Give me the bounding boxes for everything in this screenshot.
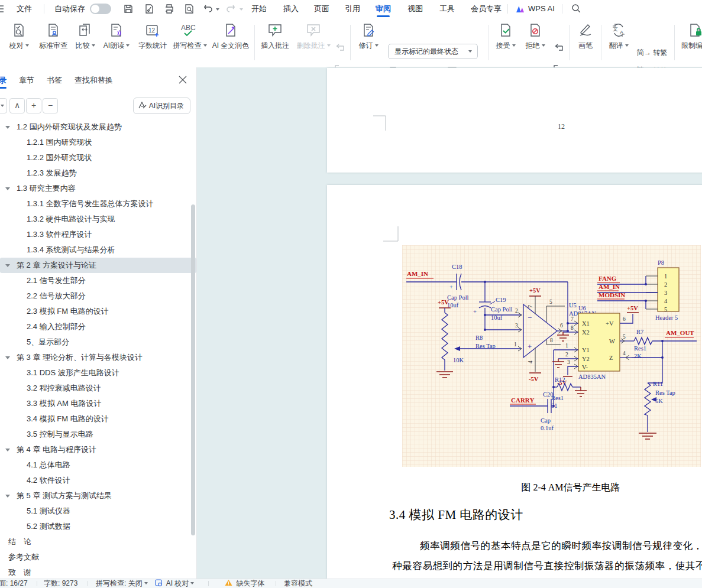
sidebar-tab-bookmarks[interactable]: 书签 bbox=[47, 72, 62, 89]
status-missing-font[interactable]: 缺失字体 bbox=[225, 579, 264, 588]
ai-recognize-toc-button[interactable]: AI识别目录 bbox=[133, 98, 190, 114]
standard-review-button[interactable]: 标准审查 bbox=[37, 22, 70, 51]
redo-icon[interactable] bbox=[226, 4, 237, 14]
collapse-arrow-icon[interactable] bbox=[5, 356, 10, 359]
export-icon[interactable] bbox=[144, 4, 154, 14]
app-menu-icon[interactable] bbox=[0, 4, 6, 15]
ai-polish-button[interactable]: AI 全文润色 bbox=[208, 22, 253, 51]
track-changes-button[interactable]: 修订 bbox=[354, 22, 383, 51]
search-icon[interactable] bbox=[571, 4, 582, 14]
menu-tab-reference[interactable]: 引用 bbox=[345, 0, 360, 18]
toc-item[interactable]: 3.3 模拟 AM 电路设计 bbox=[0, 396, 196, 411]
toc-item[interactable]: 5.2 测试数据 bbox=[0, 519, 196, 534]
toc-item[interactable]: 3.1 DDS 波形产生电路设计 bbox=[0, 365, 196, 381]
menu-wps-ai[interactable]: WPS AI bbox=[528, 0, 555, 18]
autosave-toggle[interactable] bbox=[90, 4, 111, 14]
toc-item[interactable]: 第 2 章 方案设计与论证 bbox=[0, 258, 196, 273]
menu-tab-view[interactable]: 视图 bbox=[407, 0, 423, 18]
paragraph-line-2[interactable]: 种最容易想到的方法是用调制信号直接控制振荡器的振荡频率，使其不失真 bbox=[392, 560, 702, 573]
toc-item[interactable]: 1.2.1 国内研究现状 bbox=[0, 135, 196, 150]
collapse-arrow-icon[interactable] bbox=[5, 449, 10, 451]
save-icon[interactable] bbox=[123, 4, 134, 14]
status-compat-mode[interactable]: 兼容模式 bbox=[284, 579, 312, 588]
toc-item[interactable]: 2.2 信号放大部分 bbox=[0, 288, 196, 304]
toc-item[interactable]: 第 5 章 测试方案与测试结果 bbox=[0, 488, 196, 503]
toc-item[interactable]: 2.4 输入控制部分 bbox=[0, 319, 196, 334]
toc-item[interactable]: 1.3.2 硬件电路设计与实现 bbox=[0, 212, 196, 227]
status-word-count[interactable]: 字数: 9273 bbox=[44, 579, 77, 588]
outline-expand-button[interactable]: + bbox=[26, 98, 41, 113]
toc-item[interactable]: 1.3 研究主要内容 bbox=[0, 181, 196, 196]
status-page-indicator[interactable]: 页面: 16/27 bbox=[0, 579, 28, 588]
toc-item[interactable]: 3.2 程控衰减电路设计 bbox=[0, 381, 196, 396]
proofread-button[interactable]: 校对 bbox=[4, 22, 34, 51]
insert-comment-button[interactable]: 插入批注 bbox=[258, 22, 292, 51]
menu-tab-home[interactable]: 开始 bbox=[251, 0, 267, 18]
prev-change-icon[interactable] bbox=[552, 44, 564, 54]
toc-item[interactable]: 参考文献 bbox=[0, 550, 196, 565]
toc-item[interactable]: 4.2 软件设计 bbox=[0, 473, 196, 488]
toc-item[interactable]: 1.2.2 国外研究现状 bbox=[0, 150, 196, 165]
translate-button[interactable]: 文 A 翻译 bbox=[604, 22, 633, 51]
undo-icon[interactable] bbox=[203, 4, 214, 14]
page-12[interactable]: 12 bbox=[327, 68, 702, 173]
page-13[interactable]: AM_IN + C18 Cap Poll 10uf + C19 Cap bbox=[327, 185, 702, 579]
figure-caption[interactable]: 图 2-4 AM信号产生电路 bbox=[393, 482, 702, 494]
close-sidebar-icon[interactable] bbox=[178, 75, 187, 85]
toc-item[interactable]: 第 4 章 电路与程序设计 bbox=[0, 442, 196, 457]
menu-file[interactable]: 文件 bbox=[17, 0, 32, 18]
delete-comment-button[interactable]: 删除批注 bbox=[295, 22, 332, 51]
outline-up-button[interactable]: ∧ bbox=[9, 98, 25, 113]
menu-tab-member[interactable]: 会员专享 bbox=[471, 0, 502, 18]
toc-item[interactable]: 2.1 信号发生部分 bbox=[0, 273, 196, 288]
toc-item[interactable]: 5.1 测试仪器 bbox=[0, 503, 196, 519]
toc-item[interactable]: 1.2 国内外研究现状及发展趋势 bbox=[0, 119, 196, 135]
restrict-editing-button[interactable]: 限制编辑 bbox=[678, 22, 702, 51]
prev-comment-icon[interactable] bbox=[334, 44, 345, 54]
toc-item[interactable]: 1.3.1 全数字信号发生器总体方案设计 bbox=[0, 196, 196, 212]
collapse-arrow-icon[interactable] bbox=[5, 264, 10, 267]
toc-item[interactable]: 5、显示部分 bbox=[0, 334, 196, 350]
sidebar-tab-chapters[interactable]: 章节 bbox=[19, 72, 34, 89]
menu-tab-review[interactable]: 审阅 bbox=[376, 0, 391, 18]
toc-item[interactable]: 4.1 总体电路 bbox=[0, 457, 196, 473]
status-ai-proof[interactable]: AI 校对 bbox=[155, 579, 194, 588]
word-count-button[interactable]: 12 字数统计 bbox=[136, 22, 169, 51]
collapse-all-button[interactable] bbox=[0, 98, 7, 113]
print-icon[interactable] bbox=[164, 4, 174, 14]
ai-read-button[interactable]: AI朗读 bbox=[99, 22, 134, 51]
collapse-arrow-icon[interactable] bbox=[5, 495, 10, 498]
sidebar-tab-toc[interactable]: 目录 bbox=[0, 72, 7, 89]
status-spellcheck[interactable]: 拼写检查: 关闭 bbox=[96, 579, 148, 588]
toc-item[interactable]: 1.3.3 软件程序设计 bbox=[0, 227, 196, 242]
sidebar-tab-find-replace[interactable]: 查找和替换 bbox=[75, 72, 113, 89]
print-preview-icon[interactable] bbox=[184, 4, 195, 14]
sidebar-scrollbar[interactable] bbox=[191, 204, 195, 535]
simplified-to-traditional-button[interactable]: 简→ 转繁 bbox=[636, 47, 667, 58]
menu-tab-tools[interactable]: 工具 bbox=[439, 0, 455, 18]
markup-state-dropdown[interactable]: 显示标记的最终状态 bbox=[388, 44, 478, 59]
toc-item[interactable]: 致 谢 bbox=[0, 565, 196, 579]
toc-item[interactable]: 1.2.3 发展趋势 bbox=[0, 165, 196, 181]
section-heading[interactable]: 3.4 模拟 FM 电路的设计 bbox=[389, 506, 523, 523]
compare-button[interactable]: 比较 bbox=[72, 22, 98, 51]
menu-tab-insert[interactable]: 插入 bbox=[283, 0, 299, 18]
reject-button[interactable]: 拒绝 bbox=[522, 22, 549, 51]
ink-brush-button[interactable]: 画笔 bbox=[572, 22, 599, 51]
toc-item[interactable]: 第 3 章 理论分析、计算与各模块设计 bbox=[0, 350, 196, 365]
toc-item[interactable]: 2.3 模拟 FM 电路的设计 bbox=[0, 304, 196, 319]
toc-item[interactable]: 3.4 模拟 FM 电路的设计 bbox=[0, 411, 196, 427]
redo-caret[interactable] bbox=[240, 8, 243, 11]
toc-item[interactable]: 1.3.4 系统测试与结果分析 bbox=[0, 242, 196, 258]
outline-collapse-button[interactable]: − bbox=[43, 98, 58, 113]
collapse-arrow-icon[interactable] bbox=[5, 126, 10, 129]
menu-tab-page[interactable]: 页面 bbox=[314, 0, 329, 18]
toc-item[interactable]: 3.5 控制与显示电路 bbox=[0, 427, 196, 442]
paragraph-line-1[interactable]: 频率调频信号的基本特点是它的瞬时频率按调制信号规律变化，因而 bbox=[420, 540, 702, 553]
toc-item[interactable]: 结 论 bbox=[0, 534, 196, 550]
collapse-arrow-icon[interactable] bbox=[5, 187, 10, 190]
spell-check-button[interactable]: ABC 拼写检查 bbox=[172, 22, 208, 51]
am-circuit-figure[interactable]: AM_IN + C18 Cap Poll 10uf + C19 Cap bbox=[402, 245, 701, 467]
undo-caret[interactable] bbox=[216, 8, 219, 11]
accept-button[interactable]: 接受 bbox=[492, 22, 519, 51]
